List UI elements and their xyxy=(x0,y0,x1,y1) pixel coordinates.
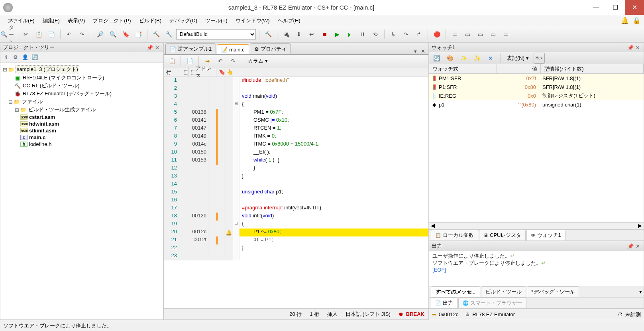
column-menu[interactable]: カラム ▾ xyxy=(245,57,270,65)
pause-icon[interactable]: ⏸ xyxy=(357,29,368,40)
hammer-icon[interactable]: 🔨 xyxy=(263,29,274,40)
subtab-cpu[interactable]: 🖥 CPUレジスタ xyxy=(479,230,526,241)
tab-property[interactable]: ⚙プロパティ xyxy=(250,43,291,54)
code-line[interactable]: 19⊟{ xyxy=(164,221,428,229)
code-line[interactable]: 13} xyxy=(164,173,428,181)
code-line[interactable]: 22} xyxy=(164,244,428,252)
minimize-button[interactable]: — xyxy=(587,0,606,15)
ed-redo-icon[interactable]: ↷ xyxy=(228,55,239,67)
watch-delete-icon[interactable]: ✕ xyxy=(485,53,496,64)
outtab-debug[interactable]: *デバッグ・ツール xyxy=(527,286,579,298)
tree-root[interactable]: ⊟📁sample1_3 (プロジェクト) xyxy=(2,65,161,74)
watch-close-icon[interactable]: ✕ xyxy=(634,45,641,51)
win4-icon[interactable]: ▭ xyxy=(487,29,499,40)
step-over-icon[interactable]: ↷ xyxy=(401,29,412,40)
code-line[interactable]: 90014c ITMC = 0x8000 + 15000/4-1; xyxy=(164,141,428,149)
tree-debug-tool[interactable]: 🐞RL78 EZ Emulator (デバッグ・ツール) xyxy=(2,90,161,98)
code-line[interactable]: 800149 ITMK = 0; xyxy=(164,133,428,141)
watch-row[interactable]: 📕PM1:SFR0x7fSFR[R/W 1.8](1) xyxy=(429,74,644,83)
tree-file-stkinit[interactable]: asmstkinit.asm xyxy=(2,127,161,134)
subtab-local[interactable]: 📋 ローカル変数 xyxy=(431,230,478,241)
menu-window[interactable]: ウインドウ(W) xyxy=(232,16,274,26)
win5-icon[interactable]: ▭ xyxy=(500,29,511,40)
watch-refresh-icon[interactable]: 🔄 xyxy=(431,53,442,64)
pin-icon[interactable]: 📌 xyxy=(146,45,153,51)
find-next-icon[interactable]: 🔍 xyxy=(107,29,118,40)
paste-icon[interactable]: 📄 xyxy=(46,29,57,40)
watch-row[interactable]: 📕P1:SFR0x80SFR[R/W 1.8](1) xyxy=(429,83,644,91)
tab-main[interactable]: 📝main.c xyxy=(217,44,249,54)
win2-icon[interactable]: ▭ xyxy=(462,29,473,40)
rebuild-icon[interactable]: 🔧 xyxy=(163,29,175,40)
code-line[interactable]: 1#include "iodefine.h" xyxy=(164,77,428,85)
menu-view[interactable]: 表示(V) xyxy=(64,16,89,26)
bottab-output[interactable]: 📄 出力 xyxy=(431,298,457,309)
outtab-all[interactable]: すべてのメッセ... xyxy=(431,286,480,298)
watch-scrollbar[interactable]: ◀▶ xyxy=(429,222,644,229)
code-line[interactable]: 1100153 while( 1 ) { xyxy=(164,157,428,165)
tree-refresh-icon[interactable]: 🔄 xyxy=(31,54,39,60)
bookmark-next-icon[interactable]: 📑 xyxy=(133,29,144,40)
maximize-button[interactable]: ☐ xyxy=(606,0,625,15)
code-line[interactable]: 17#pragma interrupt intit(vect=INTIT) xyxy=(164,205,428,213)
bp-toggle-icon[interactable]: 🔴 xyxy=(431,29,442,40)
copy-icon[interactable]: 📋 xyxy=(33,29,44,40)
menu-debug[interactable]: デバッグ(D) xyxy=(165,16,201,26)
ed-undo-icon[interactable]: ↶ xyxy=(215,55,226,67)
step-in-icon[interactable]: ↳ xyxy=(388,29,399,40)
watch-palette-icon[interactable]: 🎨 xyxy=(444,53,456,64)
watch-row[interactable]: 📄IE:REG0x0制御レジスタ(1ビット) xyxy=(429,91,644,100)
code-line[interactable]: 2 xyxy=(164,85,428,93)
watch-row[interactable]: ◆p1' '(0x80)unsigned char(1) xyxy=(429,100,644,109)
download-icon[interactable]: ⬇ xyxy=(293,29,304,40)
code-line[interactable]: 4⊟{ xyxy=(164,101,428,109)
cut-icon[interactable]: ✂ xyxy=(20,29,31,40)
build-config-select[interactable]: DefaultBuild xyxy=(176,29,256,39)
outtab-menu-icon[interactable]: ▾ xyxy=(639,289,642,295)
code-line[interactable]: 16 xyxy=(164,197,428,205)
notation-menu[interactable]: 表記(N) ▾ xyxy=(505,55,531,62)
tab-disasm[interactable]: 📄逆アセンブル1 xyxy=(165,43,216,54)
output-body[interactable]: ユーザ操作により停止しました。↵ ソフトウエア・ブレークにより停止しました。↵ … xyxy=(429,251,644,286)
tree-build-tool[interactable]: 🔨CC-RL (ビルド・ツール) xyxy=(2,82,161,90)
restart-icon[interactable]: ⟲ xyxy=(370,29,381,40)
ed-btn1-icon[interactable]: 📋 xyxy=(166,55,177,67)
code-line[interactable]: 14 xyxy=(164,181,428,189)
tree-btn2-icon[interactable]: ⚙ xyxy=(12,54,20,60)
close-button[interactable]: ✕ xyxy=(625,0,644,15)
watch-add-icon[interactable]: ✨ xyxy=(458,53,469,64)
menu-project[interactable]: プロジェクト(P) xyxy=(89,16,135,26)
menu-help[interactable]: ヘルプ(H) xyxy=(274,16,304,26)
code-line[interactable]: 1000150 __EI( ); xyxy=(164,149,428,157)
outtab-build[interactable]: ビルド・ツール xyxy=(481,286,526,298)
watch-pin-icon[interactable]: 📌 xyxy=(627,45,634,51)
step-out-icon[interactable]: ↱ xyxy=(413,29,424,40)
notify-icon[interactable]: 🔔 xyxy=(621,17,629,24)
code-line[interactable]: 3void main(void) xyxy=(164,93,428,101)
output-close-icon[interactable]: ✕ xyxy=(634,243,641,249)
bottab-smart[interactable]: 🌐 スマート・ブラウザー xyxy=(458,298,526,309)
win1-icon[interactable]: ▭ xyxy=(449,29,460,40)
stop-icon[interactable]: ⏹ xyxy=(319,29,330,40)
start-button[interactable]: 🔍 スタート(S) xyxy=(2,29,14,40)
tree-btn3-icon[interactable]: 👤 xyxy=(21,54,29,60)
tree-file-cstart[interactable]: asmcstart.asm xyxy=(2,114,161,120)
tab-dropdown-icon[interactable]: ▾ xyxy=(412,48,418,54)
tree-gen-files[interactable]: ⊞📁ビルド・ツール生成ファイル xyxy=(2,106,161,114)
code-line[interactable]: 600141 OSMC |= 0x10; xyxy=(164,117,428,125)
tree-file-main[interactable]: cmain.c xyxy=(2,134,161,141)
connect-icon[interactable]: 🔌 xyxy=(281,29,292,40)
hex-icon[interactable]: Hex xyxy=(534,53,545,64)
code-line[interactable]: 15unsigned char p1; xyxy=(164,189,428,197)
tab-close-icon[interactable]: ✕ xyxy=(419,48,427,54)
code-line[interactable]: 200012c🔔 P1 ^= 0x80; xyxy=(164,229,428,236)
output-pin-icon[interactable]: 📌 xyxy=(627,243,634,249)
watch-add2-icon[interactable]: ✨ xyxy=(471,53,483,64)
panel-close-icon[interactable]: ✕ xyxy=(153,45,161,51)
redo-icon[interactable]: ↷ xyxy=(77,29,88,40)
tree-files[interactable]: ⊟📁ファイル xyxy=(2,98,161,106)
menu-build[interactable]: ビルド(B) xyxy=(135,16,165,26)
code-line[interactable]: 210012f p1 = P1; xyxy=(164,236,428,244)
code-line[interactable]: 180012bvoid intit(void) xyxy=(164,213,428,221)
tree-file-hdwinit[interactable]: asmhdwinit.asm xyxy=(2,120,161,127)
